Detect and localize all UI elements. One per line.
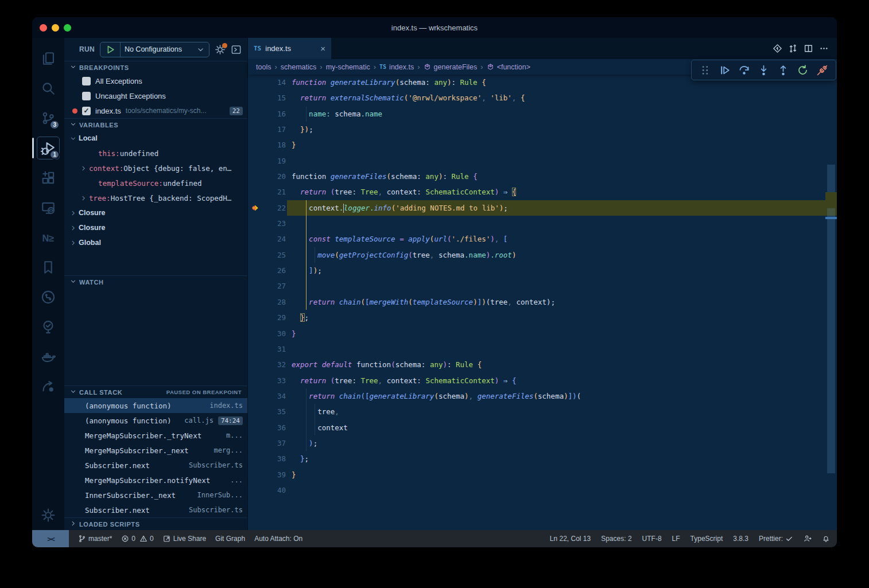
line-number[interactable]: 21 xyxy=(263,184,286,200)
configure-gear-icon[interactable] xyxy=(215,44,226,55)
statusbar-notifications[interactable] xyxy=(822,535,830,543)
disconnect-icon[interactable] xyxy=(816,64,828,76)
code-line[interactable]: 16 name: schema.name xyxy=(248,106,837,122)
code-line[interactable]: 15 return externalSchematic('@nrwl/works… xyxy=(248,90,837,106)
breakpoint-margin[interactable] xyxy=(248,278,263,294)
code-line[interactable]: 28 return chain([mergeWith(templateSourc… xyxy=(248,294,837,310)
line-number[interactable]: 37 xyxy=(263,435,286,451)
breadcrumb-item[interactable]: my-schematic xyxy=(326,63,370,71)
line-number[interactable]: 25 xyxy=(263,247,286,263)
line-number[interactable]: 34 xyxy=(263,388,286,404)
code-line[interactable]: 39} xyxy=(248,467,837,482)
variable-row[interactable]: this: undefined xyxy=(64,146,247,161)
stack-frame-row[interactable]: MergeMapSubscriber.notifyNext... xyxy=(64,473,247,488)
breakpoint-margin[interactable] xyxy=(248,122,263,137)
breakpoint-checkbox[interactable]: ✓ xyxy=(82,107,91,115)
breakpoint-margin[interactable] xyxy=(248,357,263,372)
launch-config-dropdown[interactable]: No Configurations xyxy=(100,42,210,57)
breakpoint-margin[interactable] xyxy=(248,75,263,90)
todo-tree-icon[interactable] xyxy=(34,312,62,342)
line-number[interactable]: 40 xyxy=(263,482,286,498)
variable-row[interactable]: templateSource: undefined xyxy=(64,176,247,190)
bookmarks-icon[interactable] xyxy=(34,252,62,282)
breakpoint-margin[interactable] xyxy=(248,294,263,310)
line-number[interactable]: 19 xyxy=(263,153,286,169)
code-line[interactable]: 33 return (tree: Tree, context: Schemati… xyxy=(248,373,837,388)
stack-frame-row[interactable]: Subscriber.nextSubscriber.ts xyxy=(64,458,247,473)
statusbar-prettier[interactable]: Prettier: xyxy=(759,535,793,543)
breadcrumb-item[interactable]: generateFiles xyxy=(424,63,478,71)
call-stack-header[interactable]: CALL STACK PAUSED ON BREAKPOINT xyxy=(64,385,247,398)
line-number[interactable]: 27 xyxy=(263,278,286,294)
code-line[interactable]: 29 }; xyxy=(248,310,837,325)
breakpoints-header[interactable]: BREAKPOINTS xyxy=(64,61,247,73)
line-number[interactable]: 38 xyxy=(263,451,286,466)
settings-gear-icon[interactable] xyxy=(34,500,62,530)
code-line[interactable]: 25 move(getProjectConfig(tree, schema.na… xyxy=(248,247,837,263)
breakpoint-margin[interactable] xyxy=(248,90,263,106)
extensions-icon[interactable] xyxy=(34,163,62,193)
scrollbar-slider[interactable] xyxy=(827,165,835,473)
run-debug-icon[interactable]: 1 xyxy=(34,133,62,163)
stack-frame-row[interactable]: MergeMapSubscriber._nextmerg... xyxy=(64,443,247,458)
statusbar-cursor-position[interactable]: Ln 22, Col 13 xyxy=(550,535,591,543)
variable-row[interactable]: context: Object {debug: false, en… xyxy=(64,161,247,176)
statusbar-git-graph[interactable]: Git Graph xyxy=(215,535,245,543)
breakpoint-checkbox[interactable] xyxy=(82,77,91,85)
breakpoint-margin[interactable] xyxy=(248,310,263,325)
breakpoint-margin[interactable] xyxy=(248,326,263,341)
breakpoint-margin[interactable] xyxy=(248,420,263,435)
line-number[interactable]: 17 xyxy=(263,122,286,137)
nx-console-icon[interactable]: N≥ xyxy=(34,223,62,252)
line-number[interactable]: 16 xyxy=(263,106,286,122)
variable-scope-row[interactable]: Local xyxy=(64,131,247,146)
docker-icon[interactable] xyxy=(34,342,62,372)
line-number[interactable]: 29 xyxy=(263,310,286,325)
step-into-icon[interactable] xyxy=(758,64,770,76)
statusbar-auto-attach[interactable]: Auto Attach: On xyxy=(254,535,302,543)
statusbar-git-branch[interactable]: master* xyxy=(78,535,112,543)
statusbar-encoding[interactable]: UTF-8 xyxy=(642,535,662,543)
breakpoint-margin[interactable] xyxy=(248,137,263,153)
code-line[interactable]: 38 }; xyxy=(248,451,837,466)
code-line[interactable]: 21 return (tree: Tree, context: Schemati… xyxy=(248,184,837,200)
variables-header[interactable]: VARIABLES xyxy=(64,118,247,131)
line-number[interactable]: 33 xyxy=(263,373,286,388)
line-number[interactable]: 32 xyxy=(263,357,286,372)
step-out-icon[interactable] xyxy=(777,64,789,76)
variable-scope-row[interactable]: Closure xyxy=(64,220,247,235)
breakpoint-row[interactable]: Uncaught Exceptions xyxy=(64,88,247,103)
stack-frame-row[interactable]: (anonymous function)call.js74:24 xyxy=(64,413,247,428)
breakpoint-margin[interactable] xyxy=(248,184,263,200)
source-control-icon[interactable]: 3 xyxy=(34,103,62,133)
breakpoint-margin[interactable] xyxy=(248,435,263,451)
stack-frame-row[interactable]: InnerSubscriber._nextInnerSub... xyxy=(64,488,247,503)
breakpoint-margin[interactable] xyxy=(248,451,263,466)
code-line[interactable]: 26 ]); xyxy=(248,263,837,278)
breadcrumb-item[interactable]: TSindex.ts xyxy=(379,63,414,71)
breadcrumb-item[interactable]: <function> xyxy=(487,63,530,71)
breakpoint-row[interactable]: ✓index.tstools/schematics/my-sch...22 xyxy=(64,103,247,118)
line-number[interactable]: 20 xyxy=(263,169,286,184)
code-line[interactable]: 35 tree, xyxy=(248,404,837,419)
remote-indicator[interactable]: >< xyxy=(32,530,69,547)
start-debug-icon[interactable] xyxy=(105,44,116,55)
more-actions-icon[interactable] xyxy=(819,44,829,53)
breadcrumb-item[interactable]: tools xyxy=(256,63,271,71)
paused-breakpoint-icon[interactable] xyxy=(248,200,263,216)
statusbar-ts-version[interactable]: 3.8.3 xyxy=(733,535,748,543)
breakpoint-margin[interactable] xyxy=(248,106,263,122)
line-number[interactable]: 26 xyxy=(263,263,286,278)
statusbar-live-share[interactable]: Live Share xyxy=(163,535,206,543)
code-line[interactable]: 34 return chain([generateLibrary(schema)… xyxy=(248,388,837,404)
code-line[interactable]: 27 xyxy=(248,278,837,294)
code-line[interactable]: 31 xyxy=(248,341,837,357)
line-number[interactable]: 31 xyxy=(263,341,286,357)
line-number[interactable]: 30 xyxy=(263,326,286,341)
stack-frame-row[interactable]: (anonymous function)index.ts xyxy=(64,398,247,413)
code-line[interactable]: 20function generateFiles(schema: any): R… xyxy=(248,169,837,184)
breakpoint-margin[interactable] xyxy=(248,247,263,263)
split-editor-icon[interactable] xyxy=(804,44,813,53)
statusbar-warnings[interactable]: 0 xyxy=(139,535,154,543)
project-manager-icon[interactable] xyxy=(34,372,62,402)
